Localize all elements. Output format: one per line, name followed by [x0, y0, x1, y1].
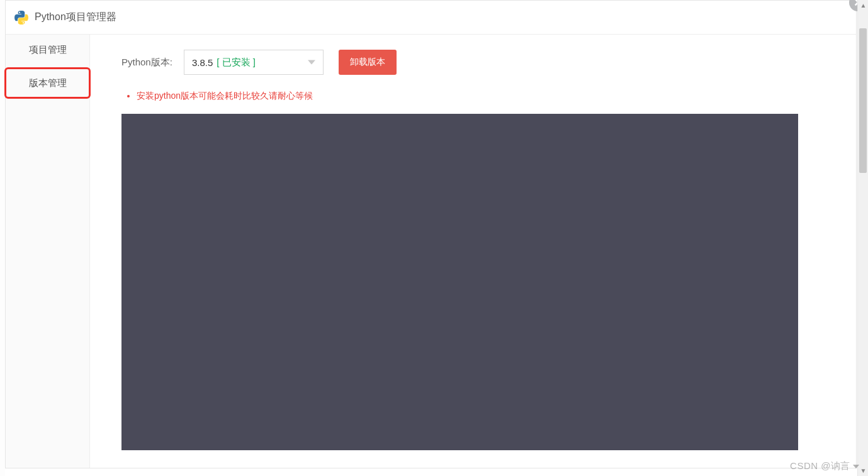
- version-row: Python版本: 3.8.5 [ 已安装 ] 卸载版本: [121, 50, 831, 75]
- uninstall-button[interactable]: 卸载版本: [339, 50, 397, 75]
- titlebar: Python项目管理器: [6, 1, 856, 35]
- page-scrollbar[interactable]: ▲ ▼: [857, 0, 868, 476]
- python-logo-icon: [14, 11, 28, 25]
- app-window: Python项目管理器 项目管理 版本管理 Python版本: 3.8.5 [ …: [5, 0, 857, 468]
- sidebar-item-label: 版本管理: [29, 77, 67, 89]
- window-title: Python项目管理器: [35, 11, 116, 24]
- sidebar-item-project-manage[interactable]: 项目管理: [6, 35, 89, 66]
- content-area: Python版本: 3.8.5 [ 已安装 ] 卸载版本 安装python版本可…: [90, 35, 856, 468]
- warning-text: 安装python版本可能会耗时比较久请耐心等候: [137, 91, 313, 101]
- scrollbar-thumb[interactable]: [859, 28, 867, 173]
- scroll-up-arrow-icon[interactable]: ▲: [858, 0, 868, 11]
- sidebar-item-version-manage[interactable]: 版本管理: [4, 67, 91, 99]
- window-body: 项目管理 版本管理 Python版本: 3.8.5 [ 已安装 ] 卸载版本: [6, 35, 856, 468]
- sidebar: 项目管理 版本管理: [6, 35, 90, 468]
- selected-version-text: 3.8.5: [192, 57, 213, 68]
- warning-list: 安装python版本可能会耗时比较久请耐心等候: [124, 89, 831, 102]
- chevron-down-icon: [308, 60, 315, 65]
- install-status-text: [ 已安装 ]: [217, 57, 256, 69]
- scroll-down-arrow-icon[interactable]: ▼: [858, 465, 868, 476]
- python-version-select[interactable]: 3.8.5 [ 已安装 ]: [184, 50, 324, 75]
- warning-item: 安装python版本可能会耗时比较久请耐心等候: [137, 89, 831, 102]
- sidebar-item-label: 项目管理: [29, 44, 67, 56]
- uninstall-button-label: 卸载版本: [350, 57, 385, 68]
- terminal-output[interactable]: [121, 114, 798, 450]
- version-label: Python版本:: [121, 57, 172, 69]
- scrollbar-track[interactable]: [858, 11, 868, 465]
